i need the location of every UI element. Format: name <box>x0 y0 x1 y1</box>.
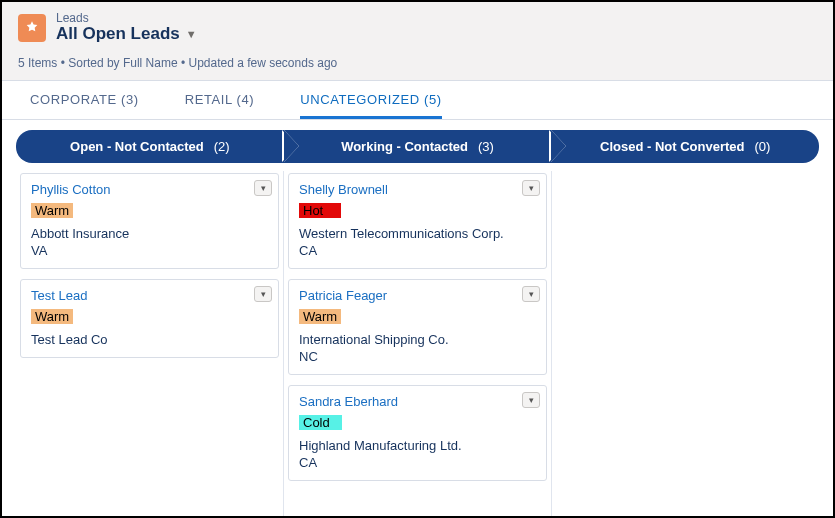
state-line: CA <box>299 243 536 258</box>
title-block: Leads All Open Leads ▼ <box>56 12 197 44</box>
card-menu-button[interactable]: ▾ <box>254 286 272 302</box>
company-line: Highland Manufacturing Ltd. <box>299 438 536 453</box>
header-top: Leads All Open Leads ▼ <box>18 12 817 44</box>
card-menu-button[interactable]: ▾ <box>522 392 540 408</box>
stage-count: (3) <box>478 139 494 154</box>
lead-name-link[interactable]: Test Lead <box>31 288 87 303</box>
card-menu-button[interactable]: ▾ <box>254 180 272 196</box>
kanban-board: ▾Phyllis CottonWarmAbbott InsuranceVA▾Te… <box>2 171 833 516</box>
page-header: Leads All Open Leads ▼ <box>2 2 833 44</box>
stage-label: Closed - Not Converted <box>600 139 744 154</box>
kanban-card[interactable]: ▾Test LeadWarmTest Lead Co <box>20 279 279 358</box>
object-label: Leads <box>56 12 197 24</box>
tab-0[interactable]: CORPORATE (3) <box>30 81 139 119</box>
lead-object-icon <box>18 14 46 42</box>
kanban-stage-header: Open - Not Contacted(2)Working - Contact… <box>2 120 833 171</box>
rating-badge: Warm <box>299 309 341 324</box>
kanban-card[interactable]: ▾Sandra EberhardColdHighland Manufacturi… <box>288 385 547 481</box>
view-title: All Open Leads <box>56 24 180 44</box>
state-line: NC <box>299 349 536 364</box>
stage-label: Working - Contacted <box>341 139 468 154</box>
state-line: CA <box>299 455 536 470</box>
card-menu-button[interactable]: ▾ <box>522 180 540 196</box>
state-line: VA <box>31 243 268 258</box>
rating-badge: Hot <box>299 203 341 218</box>
list-view-picker[interactable]: All Open Leads ▼ <box>56 24 197 44</box>
lead-name-link[interactable]: Phyllis Cotton <box>31 182 110 197</box>
kanban-card[interactable]: ▾Shelly BrownellHotWestern Telecommunica… <box>288 173 547 269</box>
category-tabs: CORPORATE (3)RETAIL (4)UNCATEGORIZED (5) <box>2 80 833 120</box>
lead-name-link[interactable]: Sandra Eberhard <box>299 394 398 409</box>
kanban-card[interactable]: ▾Patricia FeagerWarmInternational Shippi… <box>288 279 547 375</box>
kanban-column-2 <box>551 171 819 516</box>
stage-0[interactable]: Open - Not Contacted(2) <box>16 130 284 163</box>
company-line: Abbott Insurance <box>31 226 268 241</box>
tab-1[interactable]: RETAIL (4) <box>185 81 255 119</box>
lead-name-link[interactable]: Patricia Feager <box>299 288 387 303</box>
kanban-column-1: ▾Shelly BrownellHotWestern Telecommunica… <box>283 171 551 516</box>
stage-count: (2) <box>214 139 230 154</box>
lead-name-link[interactable]: Shelly Brownell <box>299 182 388 197</box>
tab-2[interactable]: UNCATEGORIZED (5) <box>300 81 441 119</box>
rating-badge: Warm <box>31 203 73 218</box>
company-line: International Shipping Co. <box>299 332 536 347</box>
stage-2[interactable]: Closed - Not Converted(0) <box>551 130 819 163</box>
stage-1[interactable]: Working - Contacted(3) <box>284 130 552 163</box>
card-menu-button[interactable]: ▾ <box>522 286 540 302</box>
caret-down-icon: ▼ <box>186 28 197 40</box>
kanban-card[interactable]: ▾Phyllis CottonWarmAbbott InsuranceVA <box>20 173 279 269</box>
stage-count: (0) <box>754 139 770 154</box>
rating-badge: Cold <box>299 415 342 430</box>
kanban-column-0: ▾Phyllis CottonWarmAbbott InsuranceVA▾Te… <box>16 171 283 516</box>
company-line: Test Lead Co <box>31 332 268 347</box>
stage-label: Open - Not Contacted <box>70 139 204 154</box>
company-line: Western Telecommunications Corp. <box>299 226 536 241</box>
rating-badge: Warm <box>31 309 73 324</box>
list-view-status: 5 Items • Sorted by Full Name • Updated … <box>2 44 833 80</box>
